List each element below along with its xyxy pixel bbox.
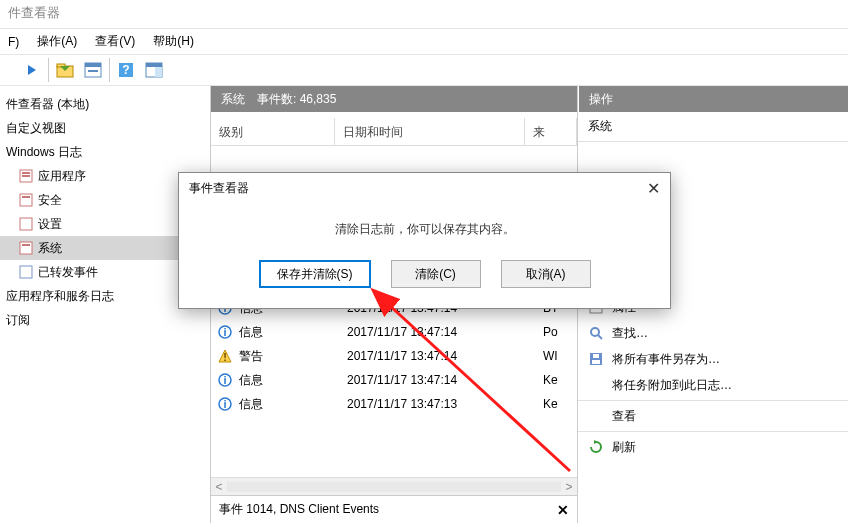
menu-file[interactable]: F)	[8, 35, 19, 49]
event-detail-bar: 事件 1014, DNS Client Events ✕	[211, 495, 577, 523]
refresh-icon	[588, 439, 604, 455]
svg-marker-38	[594, 440, 598, 444]
log-icon	[18, 216, 34, 232]
actions-header: 操作	[578, 86, 848, 112]
dialog-buttons: 保存并清除(S) 清除(C) 取消(A)	[179, 260, 670, 308]
table-row[interactable]: i信息2017/11/17 13:47:14Ke	[211, 368, 577, 392]
svg-rect-6	[88, 70, 98, 72]
action-view[interactable]: 查看	[578, 403, 848, 429]
cancel-button[interactable]: 取消(A)	[501, 260, 591, 288]
col-level[interactable]: 级别	[211, 118, 335, 145]
log-icon	[18, 168, 34, 184]
nav-back-disabled	[0, 58, 18, 82]
col-source[interactable]: 来	[525, 118, 577, 145]
dialog-titlebar: 事件查看器 ✕	[179, 173, 670, 203]
event-count: 事件数: 46,835	[257, 91, 336, 108]
info-icon: i	[217, 324, 233, 340]
svg-text:?: ?	[122, 63, 129, 77]
svg-text:i: i	[223, 326, 226, 338]
menu-help[interactable]: 帮助(H)	[153, 33, 194, 50]
svg-line-34	[598, 335, 602, 339]
scroll-right-icon[interactable]: >	[561, 480, 577, 494]
detail-text: 事件 1014, DNS Client Events	[219, 501, 379, 518]
show-pane-icon[interactable]	[142, 58, 166, 82]
col-date[interactable]: 日期和时间	[335, 118, 525, 145]
table-row[interactable]: i信息2017/11/17 13:47:13Ke	[211, 392, 577, 416]
tree-item-custom-views[interactable]: 自定义视图	[0, 116, 210, 140]
menu-view[interactable]: 查看(V)	[95, 33, 135, 50]
horizontal-scrollbar[interactable]: < >	[211, 477, 577, 495]
svg-rect-18	[20, 242, 32, 254]
toolbar-separator	[109, 58, 110, 82]
save-icon	[588, 351, 604, 367]
grid-header: 级别 日期和时间 来	[211, 118, 577, 146]
svg-text:!: !	[223, 351, 227, 363]
center-header: 系统 事件数: 46,835	[211, 86, 577, 112]
scroll-left-icon[interactable]: <	[211, 480, 227, 494]
svg-rect-13	[22, 172, 30, 174]
table-row[interactable]: !警告2017/11/17 13:47:14WI	[211, 344, 577, 368]
blank-icon	[588, 377, 604, 393]
warning-icon: !	[217, 348, 233, 364]
divider	[578, 431, 848, 432]
log-icon	[18, 240, 34, 256]
svg-rect-10	[146, 63, 162, 67]
log-icon	[18, 192, 34, 208]
info-icon: i	[217, 372, 233, 388]
dialog-body: 清除日志前，你可以保存其内容。 保存并清除(S) 清除(C) 取消(A)	[179, 203, 670, 308]
clear-button[interactable]: 清除(C)	[391, 260, 481, 288]
svg-rect-14	[22, 175, 30, 177]
svg-rect-17	[20, 218, 32, 230]
svg-rect-36	[592, 360, 600, 364]
dialog-title: 事件查看器	[189, 180, 249, 197]
svg-rect-16	[22, 196, 30, 198]
action-save-all[interactable]: 将所有事件另存为…	[578, 346, 848, 372]
window-title: 件查看器	[8, 5, 60, 20]
svg-rect-37	[593, 354, 599, 358]
svg-text:i: i	[223, 374, 226, 386]
menu-bar: F) 操作(A) 查看(V) 帮助(H)	[0, 28, 848, 54]
menu-action[interactable]: 操作(A)	[37, 33, 77, 50]
toolbar-separator	[48, 58, 49, 82]
svg-rect-5	[85, 63, 101, 67]
tree-root[interactable]: 件查看器 (本地)	[0, 92, 210, 116]
close-icon[interactable]: ✕	[557, 502, 569, 518]
info-icon: i	[217, 396, 233, 412]
save-and-clear-button[interactable]: 保存并清除(S)	[259, 260, 371, 288]
action-find[interactable]: 查找…	[578, 320, 848, 346]
dialog-message: 清除日志前，你可以保存其内容。	[179, 221, 670, 238]
action-refresh[interactable]: 刷新	[578, 434, 848, 460]
nav-forward-button[interactable]	[20, 58, 44, 82]
toolbar: ?	[0, 54, 848, 86]
dialog-close-icon[interactable]: ✕	[647, 179, 660, 198]
divider	[578, 400, 848, 401]
confirm-dialog: 事件查看器 ✕ 清除日志前，你可以保存其内容。 保存并清除(S) 清除(C) 取…	[178, 172, 671, 309]
svg-rect-19	[22, 244, 30, 246]
svg-marker-0	[28, 65, 36, 75]
help-icon[interactable]: ?	[114, 58, 138, 82]
svg-point-33	[591, 328, 599, 336]
properties-icon[interactable]	[81, 58, 105, 82]
blank-icon	[588, 408, 604, 424]
svg-text:i: i	[223, 398, 226, 410]
svg-rect-15	[20, 194, 32, 206]
action-attach-task[interactable]: 将任务附加到此日志…	[578, 372, 848, 398]
window-titlebar: 件查看器	[0, 0, 848, 28]
log-icon	[18, 264, 34, 280]
tree-item-subscriptions[interactable]: 订阅	[0, 308, 210, 332]
find-icon	[588, 325, 604, 341]
folder-icon[interactable]	[53, 58, 77, 82]
center-title: 系统	[221, 91, 245, 108]
table-row[interactable]: i信息2017/11/17 13:47:14Po	[211, 320, 577, 344]
tree-item-windows-logs[interactable]: Windows 日志	[0, 140, 210, 164]
svg-rect-20	[20, 266, 32, 278]
svg-rect-11	[155, 67, 162, 77]
actions-subheader: 系统	[578, 112, 848, 142]
scroll-track[interactable]	[227, 482, 561, 492]
